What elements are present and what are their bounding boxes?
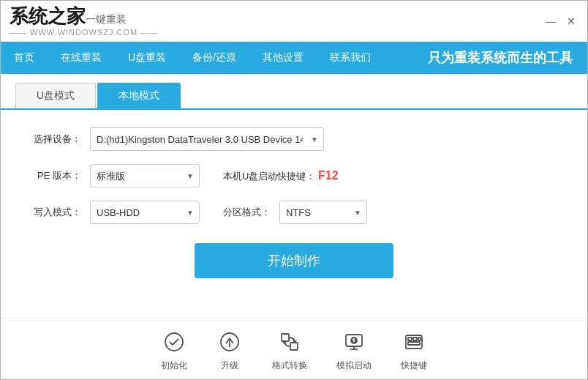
check-circle-icon xyxy=(161,329,187,355)
window-controls: — ✕ xyxy=(543,14,578,29)
upload-icon xyxy=(216,329,243,355)
format-icon xyxy=(276,329,303,355)
nav-online-reinstall[interactable]: 在线重装 xyxy=(48,42,115,74)
hotkey-value: F12 xyxy=(318,169,339,182)
pe-select[interactable]: 标准版 xyxy=(90,164,200,187)
svg-rect-12 xyxy=(413,338,417,340)
partition-select[interactable]: NTFS xyxy=(279,201,367,224)
nav-contact-us[interactable]: 联系我们 xyxy=(317,42,384,74)
tool-initialize-label: 初始化 xyxy=(161,359,187,372)
tool-upgrade-label: 升级 xyxy=(221,359,238,372)
bottom-tools: 初始化 升级 xyxy=(1,318,587,379)
svg-rect-11 xyxy=(408,338,412,340)
nav-items: 首页 在线重装 U盘重装 备份/还原 其他设置 联系我们 xyxy=(1,42,384,74)
minimize-button[interactable]: — xyxy=(543,14,558,29)
device-select-wrapper: D:(hd1)Kingston DataTraveler 3.0 USB Dev… xyxy=(90,127,324,151)
start-btn-row: 开始制作 xyxy=(1,243,587,278)
tool-upgrade[interactable]: 升级 xyxy=(216,329,243,372)
app-title: 系统之家一键重装 xyxy=(10,6,127,27)
tool-shortcut-label: 快捷键 xyxy=(401,359,427,372)
start-button[interactable]: 开始制作 xyxy=(195,243,393,278)
nav-bar: 首页 在线重装 U盘重装 备份/还原 其他设置 联系我们 只为重装系统而生的工具 xyxy=(1,42,587,74)
tab-local-mode[interactable]: 本地模式 xyxy=(97,83,181,108)
tab-usb-mode[interactable]: U盘模式 xyxy=(15,83,96,108)
title-bar: 系统之家一键重装 —— WWW.WINDOWSZJ.COM —— — ✕ xyxy=(1,1,587,42)
pe-label: PE 版本： xyxy=(30,169,81,182)
write-label: 写入模式： xyxy=(30,206,81,219)
write-select[interactable]: USB-HDD xyxy=(90,201,200,224)
main-window: 系统之家一键重装 —— WWW.WINDOWSZJ.COM —— — ✕ 首页 … xyxy=(0,0,588,380)
pe-select-wrapper: 标准版 ▼ xyxy=(90,164,200,187)
svg-rect-3 xyxy=(282,334,289,341)
svg-rect-4 xyxy=(290,343,298,350)
write-row: 写入模式： USB-HDD ▼ 分区格式： NTFS ▼ xyxy=(30,201,558,224)
nav-usb-reinstall[interactable]: U盘重装 xyxy=(115,42,179,74)
nav-slogan: 只为重装系统而生的工具 xyxy=(428,49,587,67)
simulate-icon xyxy=(341,329,367,355)
svg-point-0 xyxy=(165,333,183,351)
tool-format-convert[interactable]: 格式转换 xyxy=(272,329,307,372)
hotkey-info: 本机U盘启动快捷键： F12 xyxy=(223,169,339,183)
pe-row: PE 版本： 标准版 ▼ 本机U盘启动快捷键： F12 xyxy=(30,164,558,187)
partition-select-wrapper: NTFS ▼ xyxy=(279,201,367,224)
tool-format-label: 格式转换 xyxy=(272,359,307,372)
svg-rect-13 xyxy=(408,342,420,345)
app-subtitle: —— WWW.WINDOWSZJ.COM —— xyxy=(10,28,158,37)
nav-other-settings[interactable]: 其他设置 xyxy=(249,42,317,74)
partition-label: 分区格式： xyxy=(223,206,271,219)
form-area: 选择设备： D:(hd1)Kingston DataTraveler 3.0 U… xyxy=(1,110,587,236)
shortcut-icon xyxy=(401,329,427,355)
nav-home[interactable]: 首页 xyxy=(1,42,48,74)
tool-initialize[interactable]: 初始化 xyxy=(161,329,187,372)
tool-simulate-label: 模拟启动 xyxy=(336,359,372,372)
nav-backup-restore[interactable]: 备份/还原 xyxy=(179,42,249,74)
tabs-row: U盘模式 本地模式 xyxy=(1,74,587,110)
device-select[interactable]: D:(hd1)Kingston DataTraveler 3.0 USB Dev… xyxy=(90,127,324,151)
tool-simulate-boot[interactable]: 模拟启动 xyxy=(336,329,372,372)
tool-shortcut-key[interactable]: 快捷键 xyxy=(401,329,427,372)
device-label: 选择设备： xyxy=(30,133,81,146)
content-area: U盘模式 本地模式 选择设备： D:(hd1)Kingston DataTrav… xyxy=(1,74,587,379)
brand: 系统之家一键重装 —— WWW.WINDOWSZJ.COM —— xyxy=(10,6,158,37)
device-row: 选择设备： D:(hd1)Kingston DataTraveler 3.0 U… xyxy=(30,127,558,151)
svg-rect-14 xyxy=(418,338,421,340)
write-select-wrapper: USB-HDD ▼ xyxy=(90,201,200,224)
close-button[interactable]: ✕ xyxy=(564,14,578,29)
